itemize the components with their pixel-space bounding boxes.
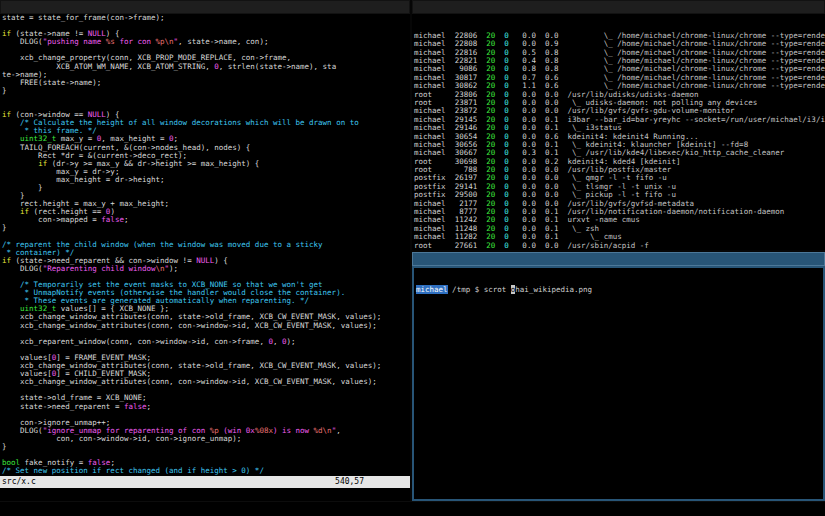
code-line: con->mapped = false; — [2, 216, 408, 224]
code-line — [2, 95, 408, 103]
code-line: DLOG("pushing name %s for con %p\n", sta… — [2, 38, 408, 46]
scrot-terminal-titlebar[interactable]: x200: scrot ohai_wikipedia.png — [412, 252, 825, 266]
vim-commandline — [0, 488, 410, 501]
code-line: xcb_change_window_attributes(conn, con->… — [2, 322, 408, 330]
vim-statusline: src/x.c 540,57 — [0, 476, 410, 488]
code-line: FREE(state->name); — [2, 79, 408, 87]
vim-statusline-ruler: 540,57 — [335, 476, 364, 488]
code-line: state = state_for_frame(con->frame); — [2, 14, 408, 22]
shell-command-line: michael /tmp $ scrot ohai_wikipedia.png — [416, 286, 821, 294]
typed-command-tail: hai_wikipedia.png — [515, 285, 592, 294]
code-line: DLOG("Reparenting child window\n"); — [2, 265, 408, 273]
prompt-path: /tmp $ — [448, 285, 484, 294]
code-line: state->need_reparent = false; — [2, 403, 408, 411]
code-line: } — [2, 224, 408, 232]
vim-statusline-filename: src/x.c — [2, 476, 36, 488]
code-line: xcb_change_window_attributes(conn, con->… — [2, 378, 408, 386]
code-line: con, con->window->id, con->ignore_unmap)… — [2, 435, 408, 443]
vim-code-area[interactable]: state = state_for_frame(con->frame); if … — [0, 14, 410, 476]
vim-window-titlebar[interactable]: x.c (~/i3/src) - VIM — [0, 0, 410, 14]
vim-statusline-spacer — [36, 476, 335, 488]
typed-command: scrot — [484, 285, 511, 294]
process-list: michael 22806 20 0 0.0 0.0 \_ /home/mich… — [414, 32, 823, 250]
process-terminal-content[interactable]: michael 22806 20 0 0.0 0.0 \_ /home/mich… — [412, 14, 825, 250]
code-line: } — [2, 443, 408, 451]
code-line: xcb_reparent_window(conn, con->window->i… — [2, 338, 408, 346]
process-terminal-titlebar[interactable]: x200: michael — [412, 0, 825, 14]
code-line: } — [2, 87, 408, 95]
code-line: XCB_ATOM_WM_NAME, XCB_ATOM_STRING, 0, st… — [2, 63, 408, 71]
vim-window[interactable]: x.c (~/i3/src) - VIM state = state_for_f… — [0, 0, 410, 501]
code-line: max_height = dr->height; — [2, 176, 408, 184]
prompt-username: michael — [416, 285, 448, 294]
i3-statusbar: 2001:4d88:100e:23:3e97:eff:fe2a:f5b8 | 5… — [0, 501, 825, 516]
process-terminal-window[interactable]: x200: michael michael 22806 20 0 0.0 0.0… — [412, 0, 825, 250]
code-line: /* Set new position if rect changed (and… — [2, 467, 408, 475]
scrot-terminal-window[interactable]: x200: scrot ohai_wikipedia.png michael /… — [412, 252, 825, 501]
scrot-terminal-content[interactable]: michael /tmp $ scrot ohai_wikipedia.png — [412, 266, 825, 501]
code-line: } — [2, 184, 408, 192]
